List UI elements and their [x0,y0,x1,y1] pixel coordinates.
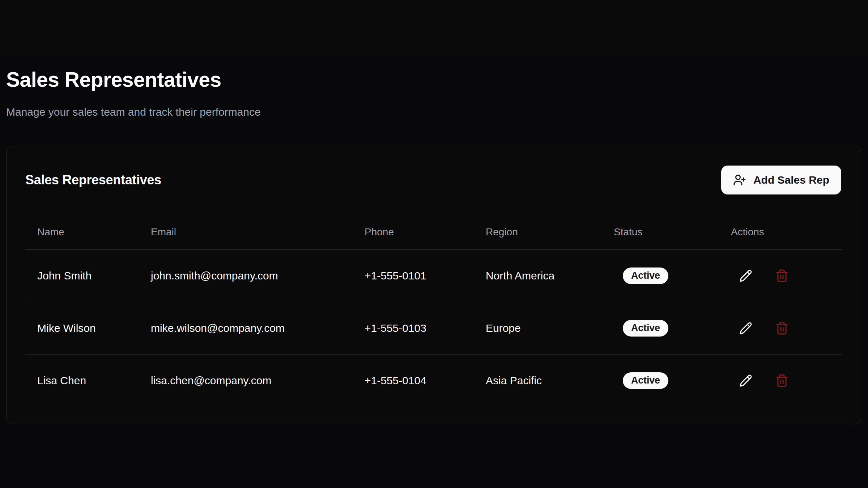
sales-reps-table: Name Email Phone Region Status Actions J… [25,215,842,407]
sales-representatives-page: Sales Representatives Manage your sales … [0,67,868,488]
table-row: Lisa Chen lisa.chen@company.com +1-555-0… [25,354,842,407]
edit-button[interactable] [738,320,754,336]
rep-name: Lisa Chen [25,354,139,407]
column-header-region: Region [473,215,601,249]
page-subtitle: Manage your sales team and track their p… [6,104,861,120]
rep-region: Asia Pacific [473,354,601,407]
rep-phone: +1-555-0101 [352,249,473,302]
trash-icon [775,374,789,388]
table-row: Mike Wilson mike.wilson@company.com +1-5… [25,302,842,354]
trash-icon [775,321,789,335]
pencil-icon [739,322,752,335]
rep-name: John Smith [25,249,139,302]
rep-email: john.smith@company.com [139,249,352,302]
user-plus-icon [733,174,746,187]
row-actions [731,268,842,284]
rep-phone: +1-555-0103 [352,302,473,354]
column-header-name: Name [25,215,139,249]
add-sales-rep-button[interactable]: Add Sales Rep [721,166,841,194]
status-badge: Active [623,267,668,284]
card-header: Sales Representatives Add Sales Rep [7,146,861,194]
table-row: John Smith john.smith@company.com +1-555… [25,249,842,302]
edit-button[interactable] [738,373,754,389]
column-header-actions: Actions [719,215,842,249]
rep-region: Europe [473,302,601,354]
rep-name: Mike Wilson [25,302,139,354]
rep-phone: +1-555-0104 [352,354,473,407]
top-bar [0,0,868,56]
page-title: Sales Representatives [6,67,861,92]
column-header-phone: Phone [352,215,473,249]
rep-email: mike.wilson@company.com [139,302,352,354]
delete-button[interactable] [774,373,790,389]
column-header-status: Status [601,215,719,249]
table-header-row: Name Email Phone Region Status Actions [25,215,842,249]
edit-button[interactable] [738,268,754,284]
delete-button[interactable] [774,268,790,284]
add-sales-rep-label: Add Sales Rep [753,174,829,186]
status-badge: Active [623,372,668,389]
column-header-email: Email [139,215,352,249]
pencil-icon [739,374,752,387]
rep-email: lisa.chen@company.com [139,354,352,407]
rep-region: North America [473,249,601,302]
pencil-icon [739,269,752,282]
row-actions [731,373,842,389]
status-badge: Active [623,320,668,337]
card-title: Sales Representatives [25,172,161,188]
delete-button[interactable] [774,320,790,336]
row-actions [731,320,842,336]
sales-reps-card: Sales Representatives Add Sales Rep [6,146,861,424]
trash-icon [775,269,789,283]
